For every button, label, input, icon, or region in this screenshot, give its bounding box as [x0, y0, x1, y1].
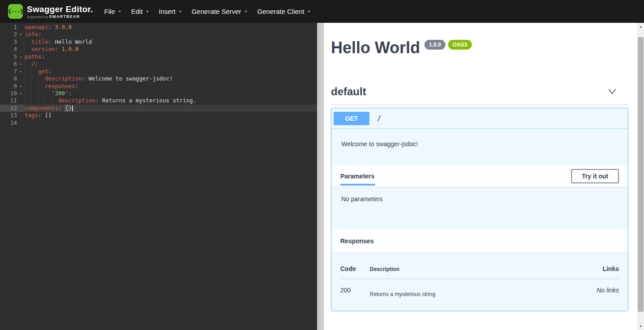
menu-edit[interactable]: Edit▼ — [126, 0, 154, 23]
menu-label: Edit — [131, 8, 143, 15]
editor-line-1[interactable]: 1openapi: 3.0.0 — [0, 24, 317, 31]
menu-label: Generate Client — [257, 8, 304, 15]
http-method-button[interactable]: GET — [334, 112, 369, 125]
menu-generate-client[interactable]: Generate Client▼ — [252, 0, 315, 23]
no-parameters-text: No parameters — [331, 187, 628, 229]
line-number: 9 — [0, 83, 17, 90]
api-info: Hello World 1.0.0 OAS3 — [331, 23, 628, 57]
code-text[interactable]: version: 1.0.0 — [25, 46, 78, 53]
responses-table: Code Description Links 200Returns a myst… — [331, 253, 628, 297]
gutter-cell: 11 — [0, 97, 25, 104]
caret-down-icon: ▼ — [244, 10, 247, 13]
topbar: {···} Swagger Editor. Supported by SMART… — [0, 0, 644, 23]
oas3-badge: OAS3 — [448, 40, 472, 50]
gutter-cell: 12 — [0, 105, 25, 112]
menu-label: Generate Server — [191, 8, 241, 15]
code-text[interactable]: openapi: 3.0.0 — [25, 24, 72, 31]
column-code: Code — [340, 265, 370, 272]
gutter-cell: 14 — [0, 119, 25, 127]
gutter-cell: 9▾ — [0, 83, 25, 90]
editor-line-14[interactable]: 14 — [0, 119, 317, 127]
fold-arrow-icon[interactable]: ▾ — [17, 90, 25, 97]
response-description: Returns a mysterious string. — [370, 287, 597, 297]
swagger-editor-app: {···} Swagger Editor. Supported by SMART… — [0, 0, 644, 330]
badges: 1.0.0 OAS3 — [424, 40, 471, 50]
line-number: 3 — [0, 38, 17, 46]
tag-section-header[interactable]: default — [331, 79, 628, 105]
editor-line-3[interactable]: 3 title: Hello World — [0, 38, 317, 46]
code-text[interactable]: /: — [25, 60, 38, 68]
editor-line-11[interactable]: 11 description: Returns a mysterious str… — [0, 97, 317, 104]
editor-line-13[interactable]: 13tags: [] — [0, 112, 317, 119]
chevron-down-icon[interactable] — [608, 89, 616, 95]
vertical-scrollbar[interactable]: ▲ ▼ — [637, 23, 644, 330]
editor-line-12[interactable]: 12components: {} — [0, 105, 317, 112]
caret-down-icon: ▼ — [307, 10, 310, 13]
editor-line-8[interactable]: 8 description: Welcome to swagger-jsdoc! — [0, 75, 317, 82]
code-text[interactable]: components: {} — [25, 105, 73, 112]
code-text[interactable]: title: Hello World — [25, 38, 92, 46]
opblock-summary[interactable]: GET / — [331, 108, 628, 129]
fold-arrow-icon[interactable]: ▾ — [17, 83, 25, 90]
line-number: 6 — [0, 60, 17, 68]
text-cursor — [72, 106, 73, 111]
editor-line-2[interactable]: 2▾info: — [0, 31, 317, 38]
tag-name: default — [331, 85, 366, 98]
code-text[interactable]: tags: [] — [25, 112, 51, 119]
editor-line-10[interactable]: 10▾ '200': — [0, 90, 317, 97]
code-text[interactable]: description: Returns a mysterious string… — [25, 97, 196, 104]
scroll-down-icon[interactable]: ▼ — [637, 322, 644, 330]
gutter-cell: 13 — [0, 112, 25, 119]
gutter-cell: 2▾ — [0, 31, 25, 38]
app-title: Swagger Editor. — [27, 4, 93, 14]
editor-line-7[interactable]: 7▾ get: — [0, 68, 317, 75]
menu-label: File — [104, 8, 115, 15]
line-number: 7 — [0, 68, 17, 75]
try-it-out-button[interactable]: Try it out — [571, 169, 619, 183]
editor-line-4[interactable]: 4 version: 1.0.0 — [0, 46, 317, 53]
gutter-cell: 4 — [0, 46, 25, 53]
column-links: Links — [602, 265, 619, 272]
menu-label: Insert — [159, 8, 176, 15]
code-text[interactable]: info: — [25, 31, 42, 38]
gutter-cell: 6▾ — [0, 60, 25, 68]
gutter-cell: 10▾ — [0, 90, 25, 97]
editor-line-9[interactable]: 9▾ responses: — [0, 83, 317, 90]
line-number: 10 — [0, 90, 17, 97]
column-description: Description — [370, 266, 602, 272]
fold-arrow-icon[interactable]: ▾ — [17, 68, 25, 75]
caret-down-icon: ▼ — [118, 10, 121, 13]
gutter-cell: 8 — [0, 75, 25, 82]
fold-arrow-icon[interactable]: ▾ — [17, 53, 25, 60]
scrollbar-thumb[interactable] — [638, 37, 644, 312]
code-text[interactable]: paths: — [25, 53, 45, 60]
menu-insert[interactable]: Insert▼ — [154, 0, 186, 23]
code-text[interactable]: responses: — [25, 83, 78, 90]
code-text[interactable]: '200': — [25, 90, 72, 97]
code-text[interactable]: get: — [25, 68, 51, 75]
responses-title: Responses — [340, 237, 374, 245]
code-text[interactable]: description: Welcome to swagger-jsdoc! — [25, 75, 173, 82]
menu-file[interactable]: File▼ — [99, 0, 126, 23]
menu-generate-server[interactable]: Generate Server▼ — [186, 0, 252, 23]
swagger-logo-icon: {···} — [8, 4, 23, 19]
line-number: 14 — [0, 119, 17, 127]
editor-line-5[interactable]: 5▾paths: — [0, 53, 317, 60]
editor-line-6[interactable]: 6▾ /: — [0, 60, 317, 68]
operation-path: / — [377, 114, 381, 123]
parameters-tab[interactable]: Parameters — [340, 173, 374, 180]
tagline-prefix: Supported by — [27, 15, 48, 19]
fold-arrow-icon[interactable]: ▾ — [17, 60, 25, 68]
parameters-header: Parameters Try it out — [331, 165, 628, 187]
scroll-up-icon[interactable]: ▲ — [637, 23, 644, 30]
fold-arrow-icon[interactable]: ▾ — [17, 31, 25, 38]
menu-bar: File▼Edit▼Insert▼Generate Server▼Generat… — [99, 0, 315, 23]
caret-down-icon: ▼ — [146, 10, 149, 13]
api-title: Hello World — [331, 39, 420, 57]
line-number: 5 — [0, 53, 17, 60]
split-pane-divider[interactable] — [317, 23, 324, 330]
yaml-editor[interactable]: 1openapi: 3.0.02▾info:3 title: Hello Wor… — [0, 23, 317, 330]
opblock-get: GET / Welcome to swagger-jsdoc! Paramete… — [331, 108, 628, 311]
active-tab-underline — [340, 184, 375, 186]
responses-table-header: Code Description Links — [340, 265, 619, 279]
